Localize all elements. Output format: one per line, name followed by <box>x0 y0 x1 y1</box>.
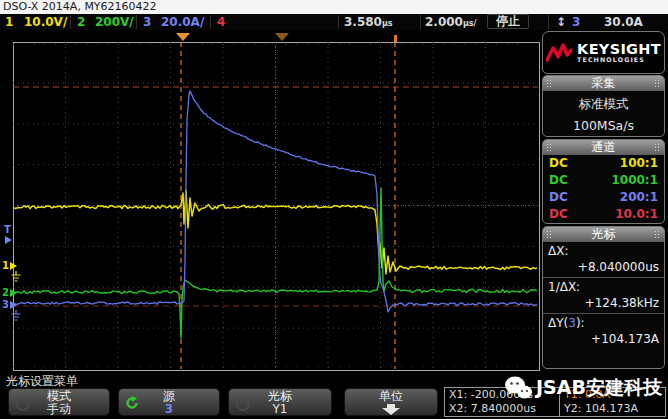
ch1-coupling-row: DC100:1 <box>543 155 664 172</box>
ch1-ground-marker[interactable]: 1 <box>2 261 17 271</box>
waveform-display <box>13 42 538 369</box>
info-sidebar: KEYSIGHT TECHNOLOGIES 采集 标准模式 100MSa/s 通… <box>540 30 668 372</box>
ch2-coupling-row: DC1000:1 <box>543 172 664 189</box>
statusbar-divider <box>136 15 137 29</box>
model-serial-bar: DSO-X 2014A, MY62160422 <box>0 0 668 14</box>
ch3-position-marker[interactable]: 3 <box>2 300 17 310</box>
sample-rate: 100MSa/s <box>543 118 664 133</box>
statusbar-divider <box>210 15 211 29</box>
acquisition-panel: 采集 标准模式 100MSa/s <box>542 75 665 137</box>
ch3-scale[interactable]: 20.0A/ <box>161 14 204 30</box>
trigger-level-marker[interactable] <box>5 236 12 244</box>
run-state-badge: 停止 <box>487 14 529 29</box>
knob-icon <box>236 397 250 411</box>
ch1-number[interactable]: 1 <box>5 14 13 30</box>
grip-icon <box>546 143 553 152</box>
inv-delta-x-readout: 1/ΔX: +124.38kHz <box>543 277 664 313</box>
keysight-spark-icon <box>546 43 572 63</box>
units-softkey-button[interactable]: 单位 <box>344 388 438 416</box>
source-softkey-button[interactable]: 源 3 <box>118 388 220 416</box>
statusbar-divider <box>548 15 549 29</box>
delta-x-readout: ΔX: +8.040000us <box>543 242 664 277</box>
trigger-position-marker[interactable] <box>275 33 289 41</box>
ch1-arrow-icon <box>10 262 17 270</box>
channels-header[interactable]: 通道 <box>543 140 664 155</box>
watermark: JSAB安建科技 <box>503 375 662 401</box>
channels-panel: 通道 DC100:1 DC1000:1 DC200:1 DC10.0:1 <box>542 139 665 224</box>
ch3-ground-icon <box>10 310 22 322</box>
trigger-level: 30.0A <box>604 14 643 30</box>
cursor-softkey-button[interactable]: 光标 Y1 <box>228 388 332 416</box>
y2-readout: Y2: 104.173A <box>564 402 665 416</box>
wechat-icon <box>503 375 533 401</box>
knob-icon <box>16 397 30 411</box>
ch4-coupling-row: DC10.0:1 <box>543 206 664 223</box>
trigger-source: 3 <box>572 14 580 30</box>
statusbar-divider <box>420 15 421 29</box>
acquisition-mode: 标准模式 <box>543 96 664 113</box>
x2-cursor-marker[interactable] <box>394 35 397 42</box>
ch2-position-marker[interactable]: 2 <box>2 288 17 298</box>
x2-readout: X2: 7.840000us <box>449 402 559 416</box>
status-bar: 1 10.0V/ 2 200V/ 3 20.0A/ 4 3.580µs 2.00… <box>0 14 668 30</box>
oscilloscope-screen: DSO-X 2014A, MY62160422 1 10.0V/ 2 200V/… <box>0 0 668 419</box>
grip-icon <box>654 79 661 88</box>
ch2-number[interactable]: 2 <box>77 14 85 30</box>
grip-icon <box>546 230 553 239</box>
ch4-number[interactable]: 4 <box>217 14 225 30</box>
delta-y-readout: ΔY(3): +104.173A <box>543 313 664 349</box>
timebase: 2.000µs/ <box>425 14 477 32</box>
grip-icon <box>654 230 661 239</box>
grip-icon <box>654 143 661 152</box>
rotate-knob-icon <box>125 396 139 410</box>
down-arrow-icon <box>381 404 401 415</box>
watermark-text: JSAB安建科技 <box>536 375 662 401</box>
keysight-logo: KEYSIGHT TECHNOLOGIES <box>542 31 665 74</box>
brand-sub: TECHNOLOGIES <box>577 56 661 63</box>
cursors-panel: 光标 ΔX: +8.040000us 1/ΔX: +124.38kHz ΔY(3… <box>542 226 665 369</box>
trigger-slope-icon: ↕ <box>556 14 566 30</box>
ch3-number[interactable]: 3 <box>143 14 151 30</box>
ch3-coupling-row: DC200:1 <box>543 189 664 206</box>
trigger-level-label: T <box>4 224 11 235</box>
model-serial-text: DSO-X 2014A, MY62160422 <box>3 0 157 13</box>
time-position: 3.580µs <box>344 14 393 32</box>
statusbar-divider <box>338 15 339 29</box>
mode-softkey-button[interactable]: 模式 手动 <box>8 388 110 416</box>
grip-icon <box>546 79 553 88</box>
x1-cursor-marker[interactable] <box>176 33 190 41</box>
acquisition-header[interactable]: 采集 <box>543 76 664 91</box>
ch3-arrow-icon <box>10 301 17 309</box>
brand-name: KEYSIGHT <box>577 43 661 56</box>
ch2-arrow-icon <box>10 289 17 297</box>
ch1-scale[interactable]: 10.0V/ <box>24 14 67 30</box>
statusbar-divider <box>70 15 71 29</box>
ch1-ground-icon <box>10 271 22 283</box>
cursors-header[interactable]: 光标 <box>543 227 664 242</box>
ch2-scale[interactable]: 200V/ <box>95 14 134 30</box>
